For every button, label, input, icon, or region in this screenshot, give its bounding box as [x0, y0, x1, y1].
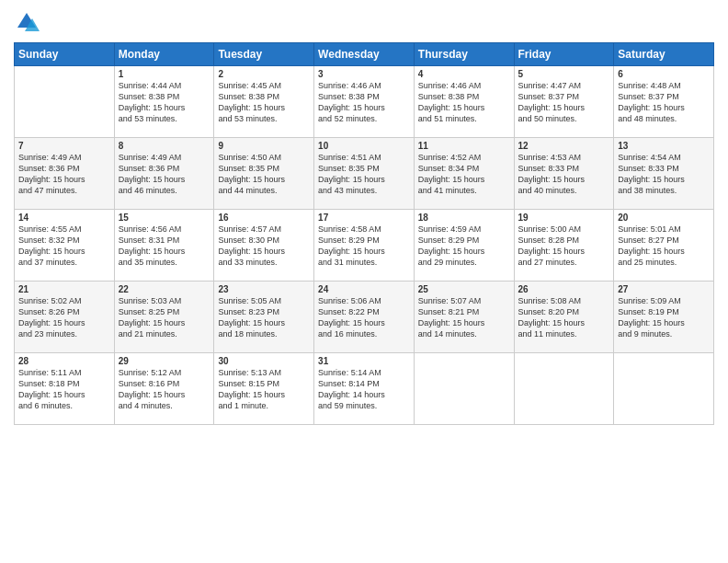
calendar-cell: 30Sunrise: 5:13 AM Sunset: 8:15 PM Dayli…	[214, 353, 314, 425]
day-number: 2	[218, 69, 310, 79]
calendar-cell: 27Sunrise: 5:09 AM Sunset: 8:19 PM Dayli…	[614, 282, 714, 353]
day-number: 7	[18, 141, 110, 151]
calendar-cell: 19Sunrise: 5:00 AM Sunset: 8:28 PM Dayli…	[514, 210, 614, 282]
page: SundayMondayTuesdayWednesdayThursdayFrid…	[0, 0, 728, 563]
day-number: 22	[119, 284, 210, 294]
day-number: 26	[518, 284, 610, 294]
week-row-3: 14Sunrise: 4:55 AM Sunset: 8:32 PM Dayli…	[15, 210, 714, 282]
calendar-cell	[414, 353, 514, 425]
day-number: 11	[418, 141, 510, 151]
cell-info: Sunrise: 5:12 AM Sunset: 8:16 PM Dayligh…	[119, 367, 210, 412]
calendar-cell: 8Sunrise: 4:49 AM Sunset: 8:36 PM Daylig…	[114, 138, 214, 210]
cell-info: Sunrise: 4:53 AM Sunset: 8:33 PM Dayligh…	[518, 152, 610, 197]
day-number: 5	[518, 69, 610, 79]
cell-info: Sunrise: 5:08 AM Sunset: 8:20 PM Dayligh…	[518, 295, 610, 340]
cell-info: Sunrise: 5:05 AM Sunset: 8:23 PM Dayligh…	[218, 295, 310, 340]
calendar-cell: 3Sunrise: 4:46 AM Sunset: 8:38 PM Daylig…	[314, 66, 415, 138]
cell-info: Sunrise: 4:49 AM Sunset: 8:36 PM Dayligh…	[18, 152, 110, 197]
calendar-cell	[514, 353, 614, 425]
day-number: 31	[318, 356, 410, 366]
cell-info: Sunrise: 4:51 AM Sunset: 8:35 PM Dayligh…	[318, 152, 410, 197]
calendar-cell	[614, 353, 714, 425]
calendar-cell: 31Sunrise: 5:14 AM Sunset: 8:14 PM Dayli…	[314, 353, 415, 425]
weekday-header-thursday: Thursday	[414, 43, 514, 66]
day-number: 28	[18, 356, 110, 366]
cell-info: Sunrise: 4:57 AM Sunset: 8:30 PM Dayligh…	[218, 224, 310, 269]
cell-info: Sunrise: 4:45 AM Sunset: 8:38 PM Dayligh…	[218, 80, 310, 125]
cell-info: Sunrise: 4:56 AM Sunset: 8:31 PM Dayligh…	[119, 224, 210, 269]
cell-info: Sunrise: 5:02 AM Sunset: 8:26 PM Dayligh…	[18, 295, 110, 340]
weekday-header-sunday: Sunday	[15, 43, 115, 66]
day-number: 20	[618, 213, 710, 223]
day-number: 10	[318, 141, 410, 151]
calendar-cell: 13Sunrise: 4:54 AM Sunset: 8:33 PM Dayli…	[614, 138, 714, 210]
cell-info: Sunrise: 5:11 AM Sunset: 8:18 PM Dayligh…	[18, 367, 110, 412]
calendar-cell: 22Sunrise: 5:03 AM Sunset: 8:25 PM Dayli…	[114, 282, 214, 353]
cell-info: Sunrise: 5:14 AM Sunset: 8:14 PM Dayligh…	[318, 367, 410, 412]
calendar-cell: 1Sunrise: 4:44 AM Sunset: 8:38 PM Daylig…	[114, 66, 214, 138]
day-number: 17	[318, 213, 410, 223]
cell-info: Sunrise: 4:44 AM Sunset: 8:38 PM Dayligh…	[119, 80, 210, 125]
cell-info: Sunrise: 5:03 AM Sunset: 8:25 PM Dayligh…	[119, 295, 210, 340]
day-number: 18	[418, 213, 510, 223]
calendar-cell: 6Sunrise: 4:48 AM Sunset: 8:37 PM Daylig…	[614, 66, 714, 138]
day-number: 25	[418, 284, 510, 294]
week-row-4: 21Sunrise: 5:02 AM Sunset: 8:26 PM Dayli…	[15, 282, 714, 353]
calendar-cell: 18Sunrise: 4:59 AM Sunset: 8:29 PM Dayli…	[414, 210, 514, 282]
week-row-2: 7Sunrise: 4:49 AM Sunset: 8:36 PM Daylig…	[15, 138, 714, 210]
weekday-header-tuesday: Tuesday	[214, 43, 314, 66]
cell-info: Sunrise: 4:59 AM Sunset: 8:29 PM Dayligh…	[418, 224, 510, 269]
day-number: 23	[218, 284, 310, 294]
header	[14, 9, 714, 35]
logo-icon	[14, 9, 40, 35]
logo	[14, 9, 43, 35]
cell-info: Sunrise: 5:06 AM Sunset: 8:22 PM Dayligh…	[318, 295, 410, 340]
calendar-cell: 28Sunrise: 5:11 AM Sunset: 8:18 PM Dayli…	[15, 353, 115, 425]
calendar-cell: 17Sunrise: 4:58 AM Sunset: 8:29 PM Dayli…	[314, 210, 415, 282]
cell-info: Sunrise: 4:54 AM Sunset: 8:33 PM Dayligh…	[618, 152, 710, 197]
week-row-5: 28Sunrise: 5:11 AM Sunset: 8:18 PM Dayli…	[15, 353, 714, 425]
calendar-table: SundayMondayTuesdayWednesdayThursdayFrid…	[14, 42, 714, 425]
calendar-cell: 16Sunrise: 4:57 AM Sunset: 8:30 PM Dayli…	[214, 210, 314, 282]
week-row-1: 1Sunrise: 4:44 AM Sunset: 8:38 PM Daylig…	[15, 66, 714, 138]
weekday-header-row: SundayMondayTuesdayWednesdayThursdayFrid…	[15, 43, 714, 66]
day-number: 13	[618, 141, 710, 151]
cell-info: Sunrise: 4:46 AM Sunset: 8:38 PM Dayligh…	[418, 80, 510, 125]
weekday-header-saturday: Saturday	[614, 43, 714, 66]
day-number: 24	[318, 284, 410, 294]
cell-info: Sunrise: 4:49 AM Sunset: 8:36 PM Dayligh…	[119, 152, 210, 197]
cell-info: Sunrise: 4:50 AM Sunset: 8:35 PM Dayligh…	[218, 152, 310, 197]
day-number: 15	[119, 213, 210, 223]
calendar-cell: 7Sunrise: 4:49 AM Sunset: 8:36 PM Daylig…	[15, 138, 115, 210]
cell-info: Sunrise: 4:47 AM Sunset: 8:37 PM Dayligh…	[518, 80, 610, 125]
day-number: 27	[618, 284, 710, 294]
cell-info: Sunrise: 5:00 AM Sunset: 8:28 PM Dayligh…	[518, 224, 610, 269]
day-number: 12	[518, 141, 610, 151]
calendar-cell	[15, 66, 115, 138]
calendar-cell: 11Sunrise: 4:52 AM Sunset: 8:34 PM Dayli…	[414, 138, 514, 210]
calendar-cell: 4Sunrise: 4:46 AM Sunset: 8:38 PM Daylig…	[414, 66, 514, 138]
calendar-cell: 9Sunrise: 4:50 AM Sunset: 8:35 PM Daylig…	[214, 138, 314, 210]
day-number: 4	[418, 69, 510, 79]
cell-info: Sunrise: 5:13 AM Sunset: 8:15 PM Dayligh…	[218, 367, 310, 412]
cell-info: Sunrise: 5:07 AM Sunset: 8:21 PM Dayligh…	[418, 295, 510, 340]
day-number: 8	[119, 141, 210, 151]
calendar-cell: 29Sunrise: 5:12 AM Sunset: 8:16 PM Dayli…	[114, 353, 214, 425]
cell-info: Sunrise: 5:01 AM Sunset: 8:27 PM Dayligh…	[618, 224, 710, 269]
cell-info: Sunrise: 4:48 AM Sunset: 8:37 PM Dayligh…	[618, 80, 710, 125]
day-number: 1	[119, 69, 210, 79]
calendar-cell: 20Sunrise: 5:01 AM Sunset: 8:27 PM Dayli…	[614, 210, 714, 282]
calendar-cell: 5Sunrise: 4:47 AM Sunset: 8:37 PM Daylig…	[514, 66, 614, 138]
weekday-header-wednesday: Wednesday	[314, 43, 415, 66]
calendar-cell: 12Sunrise: 4:53 AM Sunset: 8:33 PM Dayli…	[514, 138, 614, 210]
calendar-cell: 14Sunrise: 4:55 AM Sunset: 8:32 PM Dayli…	[15, 210, 115, 282]
cell-info: Sunrise: 4:52 AM Sunset: 8:34 PM Dayligh…	[418, 152, 510, 197]
calendar-cell: 26Sunrise: 5:08 AM Sunset: 8:20 PM Dayli…	[514, 282, 614, 353]
day-number: 21	[18, 284, 110, 294]
cell-info: Sunrise: 4:55 AM Sunset: 8:32 PM Dayligh…	[18, 224, 110, 269]
day-number: 14	[18, 213, 110, 223]
day-number: 19	[518, 213, 610, 223]
calendar-cell: 10Sunrise: 4:51 AM Sunset: 8:35 PM Dayli…	[314, 138, 415, 210]
weekday-header-friday: Friday	[514, 43, 614, 66]
calendar-cell: 24Sunrise: 5:06 AM Sunset: 8:22 PM Dayli…	[314, 282, 415, 353]
